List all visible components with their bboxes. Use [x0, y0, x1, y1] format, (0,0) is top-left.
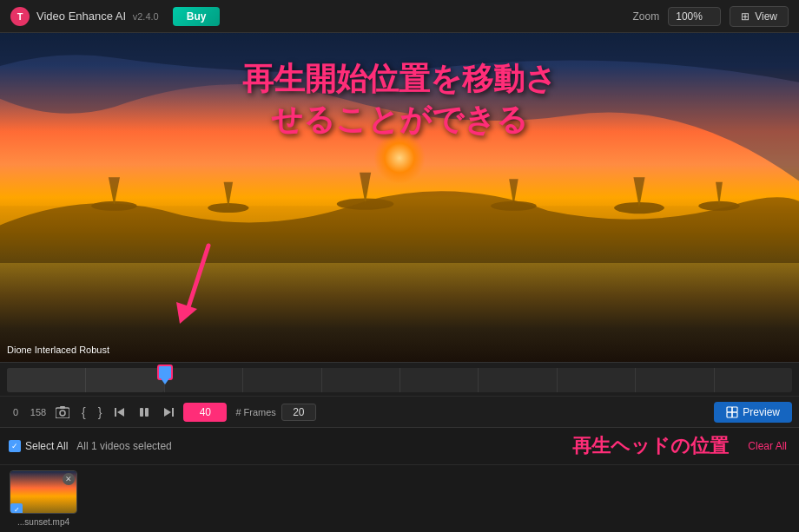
playhead-annotation-label: 再生ヘッドの位置: [572, 433, 729, 459]
app-title: Video Enhance AI v2.4.0: [36, 10, 159, 23]
scrubber-fill: [7, 368, 164, 392]
svg-rect-27: [727, 412, 732, 417]
playhead[interactable]: [156, 365, 174, 389]
out-point-icon: }: [98, 405, 102, 419]
svg-rect-21: [140, 408, 143, 417]
current-frame-input[interactable]: [183, 403, 227, 422]
scrubber-track[interactable]: [7, 368, 792, 392]
buy-button[interactable]: Buy: [173, 7, 221, 26]
controls-bar: 0 158 { }: [0, 396, 799, 427]
svg-rect-20: [115, 408, 116, 417]
file-thumbnail: ✕: [10, 470, 77, 514]
svg-rect-26: [732, 407, 737, 412]
list-item[interactable]: ✕ ...sunset.mp4: [9, 470, 78, 527]
titlebar: T Video Enhance AI v2.4.0 Buy Zoom 100% …: [0, 0, 799, 33]
titlebar-right: Zoom 100% 75% 50% ⊞ View: [633, 6, 789, 27]
bottom-panel: Select All All 1 videos selected 再生ヘッドの位…: [0, 427, 799, 532]
view-button[interactable]: ⊞ View: [730, 6, 789, 27]
select-all-checkbox[interactable]: [9, 440, 21, 452]
select-all-checkbox-item[interactable]: Select All: [9, 440, 68, 452]
svg-marker-19: [117, 408, 124, 417]
timeline-area: [0, 362, 799, 396]
bottom-toolbar: Select All All 1 videos selected 再生ヘッドの位…: [0, 428, 799, 465]
file-checkbox[interactable]: [10, 503, 23, 514]
svg-marker-15: [162, 369, 168, 376]
select-all-label: Select All: [25, 440, 68, 452]
end-time: 158: [30, 407, 47, 417]
file-delete-button[interactable]: ✕: [63, 473, 75, 485]
frames-count-label: # Frames: [235, 407, 275, 417]
svg-rect-28: [732, 412, 737, 417]
main-content: 再生開始位置を移動さ せることができる Dione Interlaced Rob…: [0, 33, 799, 532]
screenshot-button[interactable]: [52, 404, 73, 420]
out-point-button[interactable]: }: [95, 404, 106, 421]
selected-count-text: All 1 videos selected: [76, 440, 171, 452]
video-model-label: Dione Interlaced Robust: [7, 345, 109, 355]
video-area: 再生開始位置を移動さ せることができる Dione Interlaced Rob…: [0, 33, 799, 362]
svg-marker-23: [164, 408, 171, 417]
svg-rect-16: [56, 408, 69, 418]
start-time: 0: [7, 407, 24, 417]
preview-button[interactable]: Preview: [714, 402, 792, 423]
step-forward-button[interactable]: [159, 404, 178, 420]
svg-rect-22: [145, 408, 149, 417]
pause-button[interactable]: [135, 404, 154, 420]
file-name: ...sunset.mp4: [10, 517, 77, 527]
svg-rect-25: [727, 407, 732, 412]
zoom-label: Zoom: [633, 10, 660, 23]
app-logo: T: [10, 7, 30, 26]
video-frame: 再生開始位置を移動さ せることができる Dione Interlaced Rob…: [0, 33, 799, 362]
playhead-marker: [157, 365, 173, 380]
frames-count-input[interactable]: [281, 404, 316, 421]
svg-point-17: [60, 410, 65, 416]
in-point-button[interactable]: {: [78, 404, 89, 421]
svg-rect-24: [172, 408, 174, 417]
zoom-select[interactable]: 100% 75% 50%: [668, 7, 721, 26]
step-back-button[interactable]: [110, 404, 129, 420]
svg-rect-18: [60, 406, 65, 409]
app-version: v2.4.0: [133, 11, 159, 22]
left-panel: 再生開始位置を移動さ せることができる Dione Interlaced Rob…: [0, 33, 799, 532]
in-point-icon: {: [82, 405, 86, 419]
view-icon: ⊞: [741, 10, 749, 23]
clear-all-button[interactable]: Clear All: [744, 438, 790, 454]
video-background: [0, 33, 799, 362]
file-list: ✕ ...sunset.mp4: [0, 465, 799, 532]
